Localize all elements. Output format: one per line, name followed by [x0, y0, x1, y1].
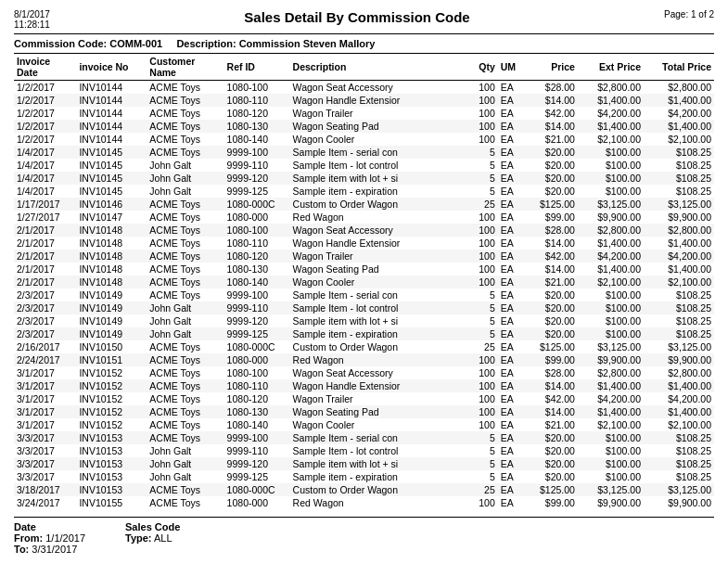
- cell-ext-price: $100.00: [578, 159, 644, 172]
- cell-qty: 5: [466, 457, 497, 470]
- cell-ref-id: 1080-140: [224, 276, 290, 288]
- cell-invoice-no: INV10153: [76, 483, 147, 496]
- table-row: 1/4/2017INV10145John Galt9999-125Sample …: [14, 185, 714, 198]
- cell-description: Sample item with lot + si: [290, 314, 466, 327]
- cell-qty: 100: [466, 392, 497, 405]
- cell-um: EA: [498, 288, 523, 301]
- cell-invoice-date: 1/2/2017: [14, 133, 76, 146]
- cell-description: Wagon Handle Extensior: [290, 237, 466, 250]
- cell-customer-name: ACME Toys: [147, 120, 224, 133]
- cell-ref-id: 9999-100: [224, 288, 290, 301]
- table-row: 2/1/2017INV10148ACME Toys1080-100Wagon S…: [14, 224, 714, 237]
- cell-invoice-no: INV10153: [76, 457, 147, 470]
- cell-description: Wagon Seating Pad: [290, 120, 466, 133]
- cell-description: Wagon Seat Accessory: [290, 366, 466, 379]
- cell-total-price: $9,900.00: [644, 496, 714, 509]
- cell-total-price: $2,800.00: [644, 366, 714, 379]
- cell-total-price: $2,100.00: [644, 133, 714, 146]
- col-header-qty: Qty: [466, 54, 497, 81]
- footer-grid: Date Sales Code From: 1/1/2017 Type: ALL…: [14, 521, 714, 555]
- cell-invoice-date: 3/1/2017: [14, 379, 76, 392]
- cell-ref-id: 1080-100: [224, 81, 290, 95]
- cell-customer-name: John Galt: [147, 185, 224, 198]
- cell-invoice-no: INV10152: [76, 392, 147, 405]
- cell-ref-id: 1080-110: [224, 379, 290, 392]
- cell-ref-id: 1080-000C: [224, 198, 290, 211]
- cell-ref-id: 1080-100: [224, 224, 290, 237]
- cell-ext-price: $2,800.00: [578, 81, 644, 95]
- cell-ext-price: $3,125.00: [578, 483, 644, 496]
- cell-ext-price: $100.00: [578, 444, 644, 457]
- cell-price: $14.00: [523, 237, 578, 250]
- cell-invoice-no: INV10145: [76, 172, 147, 185]
- footer-sales-code-title: Sales Code: [125, 521, 180, 532]
- table-row: 3/1/2017INV10152ACME Toys1080-140Wagon C…: [14, 418, 714, 431]
- cell-ref-id: 1080-000C: [224, 340, 290, 353]
- cell-ext-price: $4,200.00: [578, 107, 644, 120]
- cell-invoice-no: INV10153: [76, 470, 147, 483]
- cell-um: EA: [498, 431, 523, 444]
- cell-description: Wagon Trailer: [290, 250, 466, 263]
- table-row: 3/24/2017INV10155ACME Toys1080-000Red Wa…: [14, 496, 714, 509]
- cell-customer-name: ACME Toys: [147, 250, 224, 263]
- cell-ext-price: $100.00: [578, 327, 644, 340]
- cell-invoice-no: INV10144: [76, 133, 147, 146]
- cell-customer-name: ACME Toys: [147, 198, 224, 211]
- cell-customer-name: ACME Toys: [147, 94, 224, 107]
- cell-total-price: $1,400.00: [644, 379, 714, 392]
- table-row: 1/2/2017INV10144ACME Toys1080-100Wagon S…: [14, 81, 714, 95]
- cell-price: $125.00: [523, 198, 578, 211]
- table-row: 2/3/2017INV10149John Galt9999-120Sample …: [14, 314, 714, 327]
- cell-um: EA: [498, 250, 523, 263]
- footer-from-label: From:: [14, 532, 43, 544]
- cell-description: Wagon Seat Accessory: [290, 81, 466, 95]
- footer-sales-code-label: Sales Code: [125, 521, 311, 532]
- cell-qty: 100: [466, 250, 497, 263]
- cell-total-price: $108.25: [644, 159, 714, 172]
- cell-description: Sample Item - serial con: [290, 146, 466, 159]
- cell-invoice-date: 2/16/2017: [14, 340, 76, 353]
- cell-description: Sample item - expiration: [290, 327, 466, 340]
- cell-invoice-no: INV10144: [76, 94, 147, 107]
- cell-total-price: $108.25: [644, 146, 714, 159]
- cell-price: $14.00: [523, 94, 578, 107]
- cell-price: $20.00: [523, 185, 578, 198]
- cell-invoice-date: 2/3/2017: [14, 327, 76, 340]
- cell-invoice-no: INV10144: [76, 107, 147, 120]
- cell-description: Wagon Seating Pad: [290, 405, 466, 418]
- cell-description: Wagon Seat Accessory: [290, 224, 466, 237]
- cell-invoice-date: 2/24/2017: [14, 353, 76, 366]
- cell-description: Sample Item - serial con: [290, 288, 466, 301]
- cell-invoice-no: INV10153: [76, 431, 147, 444]
- cell-qty: 5: [466, 314, 497, 327]
- cell-um: EA: [498, 366, 523, 379]
- cell-total-price: $108.25: [644, 301, 714, 314]
- cell-invoice-date: 1/2/2017: [14, 120, 76, 133]
- cell-um: EA: [498, 327, 523, 340]
- cell-qty: 100: [466, 496, 497, 509]
- table-row: 1/4/2017INV10145John Galt9999-110Sample …: [14, 159, 714, 172]
- cell-invoice-no: INV10148: [76, 276, 147, 288]
- cell-price: $20.00: [523, 301, 578, 314]
- table-row: 1/27/2017INV10147ACME Toys1080-000Red Wa…: [14, 211, 714, 224]
- cell-total-price: $1,400.00: [644, 237, 714, 250]
- footer-date-title: Date: [14, 521, 36, 532]
- cell-ref-id: 1080-120: [224, 392, 290, 405]
- cell-ref-id: 9999-100: [224, 431, 290, 444]
- cell-qty: 5: [466, 431, 497, 444]
- footer-type-value: ALL: [154, 532, 172, 544]
- cell-invoice-date: 3/18/2017: [14, 483, 76, 496]
- cell-um: EA: [498, 301, 523, 314]
- cell-ext-price: $100.00: [578, 185, 644, 198]
- table-row: 3/3/2017INV10153John Galt9999-120Sample …: [14, 457, 714, 470]
- cell-ext-price: $1,400.00: [578, 405, 644, 418]
- cell-invoice-date: 1/17/2017: [14, 198, 76, 211]
- footer-date-label: Date: [14, 521, 125, 532]
- cell-qty: 25: [466, 483, 497, 496]
- cell-description: Red Wagon: [290, 353, 466, 366]
- cell-invoice-no: INV10148: [76, 237, 147, 250]
- cell-invoice-date: 2/3/2017: [14, 314, 76, 327]
- cell-invoice-no: INV10151: [76, 353, 147, 366]
- cell-price: $20.00: [523, 444, 578, 457]
- cell-ref-id: 1080-000: [224, 211, 290, 224]
